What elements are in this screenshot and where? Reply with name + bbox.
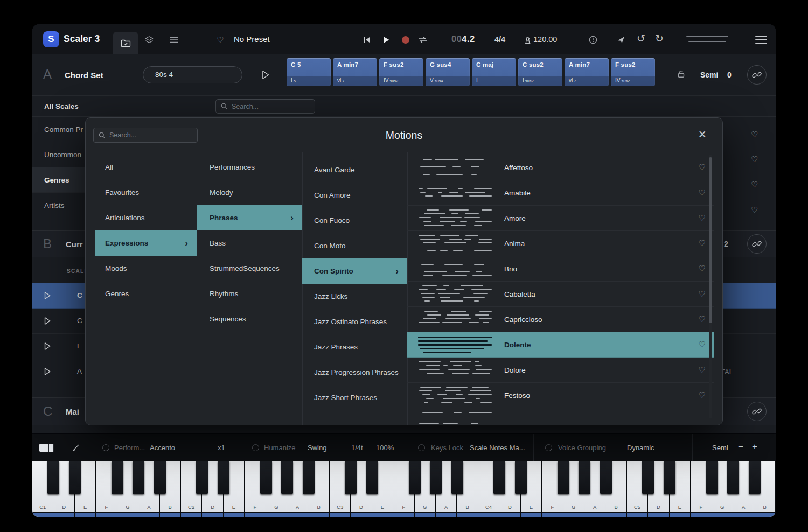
play-button[interactable] [379,34,393,45]
black-key[interactable] [409,461,421,494]
black-key[interactable] [451,461,463,494]
preset-name[interactable]: No Preset [234,34,270,44]
perform-multiplier[interactable]: x1 [218,444,225,452]
phrase-row[interactable]: Festoso♡ [407,383,714,408]
chord-pad[interactable]: A min7vi7 [333,58,377,86]
phrase-row[interactable]: Brio♡ [407,256,714,282]
chord-pad[interactable]: C majI [472,58,516,86]
row-play-icon[interactable] [43,367,51,376]
phrase-row[interactable]: Dolente♡ [407,332,714,358]
black-key[interactable] [642,461,654,494]
black-key[interactable] [218,461,229,494]
style-con-spirito[interactable]: ›Con Spirito [302,258,407,284]
row-play-icon[interactable] [43,341,51,351]
keyboard-toggle-button[interactable] [33,434,60,461]
chord-set-play-button[interactable] [261,69,270,80]
style-jazz-phrases[interactable]: Jazz Phrases [302,334,407,360]
phrase-row[interactable]: Capriccioso♡ [407,307,714,332]
style-jazz-short-phrases[interactable]: Jazz Short Phrases [302,385,407,410]
favourite-heart-icon[interactable]: ♡ [751,155,758,164]
type-rhythms[interactable]: Rhythms [197,281,302,306]
favourite-heart-icon[interactable]: ♡ [751,130,758,139]
black-key[interactable] [303,461,315,494]
link-button-c[interactable] [747,402,767,421]
phrase-row[interactable]: Cabaletta♡ [407,282,714,307]
style-con-moto[interactable]: Con Moto [302,233,407,258]
type-phrases[interactable]: ›Phrases [197,205,302,230]
brush-icon[interactable] [64,434,87,461]
favourite-heart-icon[interactable]: ♡ [699,340,706,349]
chord-pad[interactable]: C sus2Isus2 [518,58,562,86]
voice-grouping-value[interactable]: Dynamic [627,444,654,452]
black-key[interactable] [664,461,675,494]
black-key[interactable] [47,461,59,494]
black-key[interactable] [493,461,505,494]
style-con-fuoco[interactable]: Con Fuoco [302,208,407,233]
smoothing-lines-icon[interactable] [686,36,729,46]
tab-browser[interactable] [113,32,138,54]
type-performances[interactable]: Performances [197,155,302,180]
favourite-heart-icon[interactable]: ♡ [751,180,758,189]
skip-back-button[interactable] [360,34,374,45]
record-button[interactable] [399,34,413,45]
favourite-heart-icon[interactable]: ♡ [699,239,706,248]
tempo-value[interactable]: 120.00 [533,35,557,44]
semi-minus-button[interactable]: − [738,442,743,452]
humanize-value[interactable]: Swing [308,444,326,452]
keys-lock-toggle[interactable] [418,444,425,451]
black-key[interactable] [430,461,442,494]
chord-pad[interactable]: F sus2IVsus2 [379,58,423,86]
export-arrow-icon[interactable] [614,34,628,45]
time-signature[interactable]: 4/4 [494,35,505,44]
modal-scrollbar-thumb[interactable] [709,157,712,323]
black-key[interactable] [281,461,293,494]
style-avant-garde[interactable]: Avant Garde [302,157,407,183]
favourite-heart-icon[interactable]: ♡ [751,206,758,214]
category-articulations[interactable]: Articulations [95,205,197,230]
close-icon[interactable]: × [698,127,706,142]
favourite-heart-icon[interactable]: ♡ [213,34,227,45]
black-key[interactable] [345,461,357,494]
keys-lock-value[interactable]: Scale Notes Ma... [470,444,525,452]
perform-toggle[interactable] [102,444,109,451]
category-all[interactable]: All [95,155,197,180]
style-jazz-ostinato-phrases[interactable]: Jazz Ostinato Phrases [302,309,407,334]
phrase-row[interactable]: Dolore♡ [407,358,714,383]
black-key[interactable] [260,461,272,494]
link-button-b[interactable] [747,234,767,254]
list-icon[interactable] [167,34,181,45]
semi-value[interactable]: 0 [727,71,732,79]
chord-pad[interactable]: G sus4Vsus4 [426,58,470,86]
black-key[interactable] [579,461,590,494]
phrase-row[interactable]: Affettoso♡ [407,155,714,180]
black-key[interactable] [133,461,144,494]
black-key[interactable] [154,461,166,494]
loop-button[interactable] [416,34,430,45]
chord-pad[interactable]: C 5I5 [287,58,331,86]
chord-pad[interactable]: F sus2IVsus2 [611,58,655,86]
voice-grouping-toggle[interactable] [545,444,552,451]
black-key[interactable] [749,461,761,494]
all-scales-label[interactable]: All Scales [44,102,79,110]
favourite-heart-icon[interactable]: ♡ [699,163,706,172]
type-bass[interactable]: Bass [197,230,302,256]
favourite-heart-icon[interactable]: ♡ [699,290,706,298]
category-moods[interactable]: Moods [95,256,197,281]
redo-icon[interactable]: ↻ [655,32,664,45]
humanize-toggle[interactable] [252,444,259,451]
category-favourites[interactable]: Favourites [95,180,197,205]
row-play-icon[interactable] [43,291,51,300]
link-button-a[interactable] [747,65,767,85]
black-key[interactable] [112,461,123,494]
favourite-heart-icon[interactable]: ♡ [699,391,706,400]
favourite-heart-icon[interactable]: ♡ [699,188,706,197]
type-melody[interactable]: Melody [197,180,302,205]
black-key[interactable] [366,461,378,494]
lock-icon[interactable] [677,69,686,79]
perform-value[interactable]: Accento [150,444,175,452]
category-genres[interactable]: Genres [95,281,197,306]
undo-icon[interactable]: ↺ [637,32,645,45]
phrase-row[interactable] [407,408,714,425]
humanize-amount[interactable]: 100% [376,444,394,452]
style-jazz-progression-phrases[interactable]: Jazz Progression Phrases [302,360,407,385]
